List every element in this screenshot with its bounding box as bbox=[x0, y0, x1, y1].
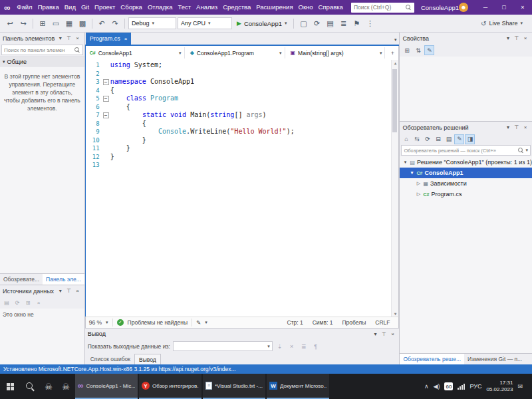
action-center-icon[interactable]: ✉ bbox=[517, 383, 523, 390]
redo-icon[interactable]: ↷ bbox=[109, 17, 121, 29]
menu-view[interactable]: Вид bbox=[62, 0, 78, 15]
scroll-up-icon[interactable]: ▲ bbox=[392, 61, 398, 65]
chevron-down-icon[interactable]: ▾ bbox=[504, 35, 512, 43]
chevron-down-icon[interactable]: ▾ bbox=[106, 320, 108, 325]
menu-window[interactable]: Окно bbox=[296, 0, 316, 15]
code-line[interactable]: 7 − static void Main(string[] args) bbox=[86, 111, 399, 120]
attach-to-process-icon[interactable]: ▢ bbox=[297, 17, 309, 29]
code-line[interactable]: 10 } bbox=[86, 136, 399, 145]
bookmark-icon[interactable]: ⚑ bbox=[350, 17, 362, 29]
chevron-down-icon[interactable]: ▾ bbox=[57, 287, 65, 295]
language-indicator[interactable]: РУС bbox=[469, 383, 481, 390]
fold-marker-icon[interactable]: − bbox=[103, 96, 109, 102]
show-output-icon[interactable]: ¶ bbox=[311, 342, 321, 351]
pin-icon[interactable]: ⊤ bbox=[513, 35, 521, 43]
taskbar-search-button[interactable] bbox=[20, 374, 40, 399]
save-all-icon[interactable]: ▩ bbox=[76, 17, 88, 29]
network-icon[interactable] bbox=[458, 383, 465, 390]
menu-edit[interactable]: Правка bbox=[35, 0, 62, 15]
clock[interactable]: 17:31 05.02.2023 bbox=[486, 380, 513, 393]
volume-icon[interactable]: ◀) bbox=[434, 383, 440, 390]
show-data-sources-icon[interactable]: ▤ bbox=[3, 299, 11, 307]
quick-search-box[interactable]: Поиск (Ctrl+Q) bbox=[351, 3, 414, 13]
code-line[interactable]: 1 using System; bbox=[86, 61, 399, 70]
tab-error-list[interactable]: Список ошибок bbox=[86, 354, 134, 364]
start-button[interactable] bbox=[0, 374, 20, 399]
type-dropdown[interactable]: ◆ ConsoleApp1.Program ▾ bbox=[188, 47, 285, 59]
clear-all-icon[interactable]: × bbox=[287, 342, 297, 351]
line-options-icon[interactable]: ≣ bbox=[337, 17, 349, 29]
pin-icon[interactable]: ⊤ bbox=[65, 287, 73, 295]
code-line[interactable]: 11 } bbox=[86, 144, 399, 153]
taskbar-task-word[interactable]: W Документ Microso... bbox=[267, 374, 329, 399]
chevron-down-icon[interactable]: ▾ bbox=[57, 35, 65, 43]
more-options-icon[interactable]: ⋮ bbox=[364, 17, 376, 29]
save-icon[interactable]: ▦ bbox=[63, 17, 75, 29]
close-icon[interactable]: × bbox=[124, 36, 128, 42]
taskbar-task-browser[interactable]: Y Обзор интегриров... bbox=[139, 374, 201, 399]
word-wrap-icon[interactable]: ≣ bbox=[299, 342, 309, 351]
editor-vertical-scrollbar[interactable]: ▲ ▼ bbox=[391, 60, 398, 317]
menu-project[interactable]: Проект bbox=[92, 0, 118, 15]
menu-git[interactable]: Git bbox=[78, 0, 92, 15]
close-button[interactable]: × bbox=[513, 0, 532, 15]
close-icon[interactable]: × bbox=[74, 35, 82, 43]
open-file-icon[interactable]: ▭ bbox=[50, 17, 62, 29]
menu-test[interactable]: Тест bbox=[175, 0, 194, 15]
refresh-icon[interactable]: ⟳ bbox=[422, 134, 432, 144]
alphabetical-icon[interactable]: ⇅ bbox=[413, 45, 423, 55]
menu-tools[interactable]: Средства bbox=[220, 0, 253, 15]
toolbox-search-input[interactable]: Поиск по панели элемен bbox=[1, 45, 83, 55]
switch-views-icon[interactable]: ⇆ bbox=[412, 134, 422, 144]
code-editor[interactable]: 1 using System; 2 3 − namespace ConsoleA… bbox=[85, 60, 400, 317]
pin-icon[interactable]: ⊤ bbox=[513, 124, 521, 132]
chevron-expanded-icon[interactable]: ▾ bbox=[402, 160, 408, 165]
pinned-app-icon-2[interactable]: ☠ bbox=[57, 374, 74, 399]
chevron-down-icon[interactable]: ▾ bbox=[205, 320, 207, 325]
menu-extensions[interactable]: Расширения bbox=[253, 0, 295, 15]
scrollbar-thumb[interactable] bbox=[392, 69, 397, 132]
maximize-button[interactable]: □ bbox=[495, 0, 513, 15]
code-line[interactable]: 13 bbox=[86, 161, 399, 170]
zoom-level[interactable]: 96 % bbox=[89, 319, 102, 326]
member-dropdown[interactable]: ▣ Main(string[] args) ▾ bbox=[288, 47, 386, 59]
line-ending-indicator[interactable]: CRLF bbox=[375, 319, 390, 326]
output-source-select[interactable]: ▾ bbox=[173, 341, 273, 351]
show-all-files-icon[interactable]: ▤ bbox=[444, 134, 454, 144]
code-line[interactable]: 2 bbox=[86, 70, 399, 78]
debug-configuration-select[interactable]: Debug ▾ bbox=[128, 17, 176, 29]
tree-item-solution[interactable]: ▾ ▤ Решение "ConsoleApp1" (проекты: 1 из… bbox=[400, 157, 532, 168]
find-in-files-icon[interactable]: ▤ bbox=[324, 17, 336, 29]
close-icon[interactable]: × bbox=[521, 124, 529, 132]
tab-output[interactable]: Вывод bbox=[134, 354, 161, 364]
platform-select[interactable]: Any CPU ▾ bbox=[178, 17, 232, 29]
toolbox-section-general[interactable]: ▾ Общие bbox=[0, 57, 84, 66]
tab-toolbox[interactable]: Панель эле... bbox=[43, 274, 84, 285]
code-line[interactable]: 12 } bbox=[86, 153, 399, 162]
project-dropdown[interactable]: C# ConsoleApp1 ▾ bbox=[87, 47, 185, 59]
fold-marker-icon[interactable]: − bbox=[103, 112, 109, 118]
menu-file[interactable]: Файл bbox=[14, 0, 35, 15]
code-line[interactable]: 5 − class Program bbox=[86, 94, 399, 103]
close-icon[interactable]: × bbox=[388, 330, 396, 338]
line-indicator[interactable]: Стр: 1 bbox=[287, 319, 303, 326]
pin-icon[interactable]: ⊤ bbox=[65, 35, 73, 43]
taskbar-task-notepad[interactable]: ≡ *Visual Studio.txt -... bbox=[203, 374, 265, 399]
code-line[interactable]: 4 { bbox=[86, 86, 399, 95]
tab-git-changes[interactable]: Изменения Git — п... bbox=[464, 354, 525, 364]
tree-item-program-cs[interactable]: ▷ C# Program.cs bbox=[400, 189, 532, 200]
document-list-chevron-icon[interactable]: ▾ bbox=[394, 37, 397, 43]
scroll-down-icon[interactable]: ▼ bbox=[392, 311, 398, 316]
sync-active-document-icon[interactable]: ◨ bbox=[465, 134, 475, 144]
split-window-icon[interactable]: + bbox=[388, 47, 397, 59]
code-line[interactable]: 9 Console.WriteLine("Hello World!"); bbox=[86, 128, 399, 136]
navigate-back-icon[interactable]: ↩ bbox=[4, 17, 16, 29]
column-indicator[interactable]: Симв: 1 bbox=[313, 319, 333, 326]
scroll-to-end-icon[interactable]: ⇣ bbox=[275, 342, 285, 351]
minimize-button[interactable]: ─ bbox=[476, 0, 495, 15]
navigate-forward-icon[interactable]: ↪ bbox=[17, 17, 29, 29]
taskbar-task-visual-studio[interactable]: ∞ ConsoleApp1 - Mic... bbox=[75, 374, 138, 399]
close-icon[interactable]: × bbox=[521, 35, 529, 43]
live-share-button[interactable]: ↺ Live Share ▾ bbox=[481, 20, 528, 27]
new-project-icon[interactable]: ⊞ bbox=[37, 17, 49, 29]
